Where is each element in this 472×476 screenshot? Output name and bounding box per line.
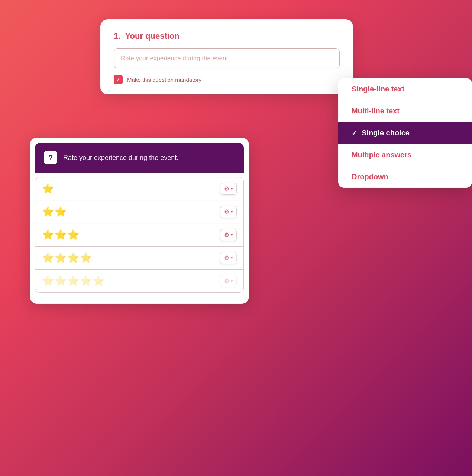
star-row-3: ⭐⭐⭐ ⚙ ▾ xyxy=(35,223,243,247)
mandatory-label: Make this question mandatory xyxy=(127,77,201,83)
chevron-down-icon: ▾ xyxy=(231,279,233,283)
preview-card: ? Rate your experience during the event.… xyxy=(30,138,249,304)
question-type-icon: ? xyxy=(44,151,57,164)
gear-icon: ⚙ xyxy=(224,208,229,215)
stars-1: ⭐ xyxy=(42,183,55,194)
gear-icon: ⚙ xyxy=(224,185,229,192)
gear-icon: ⚙ xyxy=(224,231,229,238)
question-card: 1. Your question Make this question mand… xyxy=(100,19,353,94)
dropdown-item-label: Dropdown xyxy=(352,173,388,181)
dropdown-item-dropdown[interactable]: Dropdown xyxy=(338,166,472,188)
star-row-2: ⭐⭐ ⚙ ▾ xyxy=(35,200,243,223)
star-options-list: ⭐ ⚙ ▾ ⭐⭐ ⚙ ▾ ⭐⭐⭐ ⚙ ▾ ⭐⭐⭐⭐ ⚙ ▾ xyxy=(35,177,244,293)
gear-button-5[interactable]: ⚙ ▾ xyxy=(220,275,237,287)
chevron-down-icon: ▾ xyxy=(231,233,233,237)
mandatory-checkbox[interactable] xyxy=(114,75,123,84)
selected-checkmark-icon: ✓ xyxy=(352,129,357,137)
dropdown-item-label: Multiple answers xyxy=(352,151,411,159)
gear-button-1[interactable]: ⚙ ▾ xyxy=(220,183,237,195)
star-row-4: ⭐⭐⭐⭐ ⚙ ▾ xyxy=(35,247,243,270)
dropdown-item-multi-line[interactable]: Multi-line text xyxy=(338,100,472,122)
mandatory-row: Make this question mandatory xyxy=(114,75,340,84)
stars-4: ⭐⭐⭐⭐ xyxy=(42,252,93,264)
star-row-5: ⭐⭐⭐⭐⭐ ⚙ ▾ xyxy=(35,270,243,292)
dropdown-item-label: Multi-line text xyxy=(352,107,400,115)
dropdown-item-single-line[interactable]: Single-line text xyxy=(338,78,472,100)
stars-3: ⭐⭐⭐ xyxy=(42,229,80,241)
chevron-down-icon: ▾ xyxy=(231,187,233,191)
preview-question-text: Rate your experience during the event. xyxy=(63,154,178,162)
chevron-down-icon: ▾ xyxy=(231,210,233,214)
gear-button-2[interactable]: ⚙ ▾ xyxy=(220,206,237,218)
gear-button-4[interactable]: ⚙ ▾ xyxy=(220,252,237,264)
gear-icon: ⚙ xyxy=(224,277,229,284)
dropdown-item-label: Single choice xyxy=(362,129,410,137)
dropdown-item-label: Single-line text xyxy=(352,85,404,93)
preview-header: ? Rate your experience during the event. xyxy=(35,143,244,173)
question-input[interactable] xyxy=(114,48,340,68)
dropdown-item-single-choice[interactable]: ✓ Single choice xyxy=(338,122,472,144)
gear-icon: ⚙ xyxy=(224,254,229,261)
star-row-1: ⭐ ⚙ ▾ xyxy=(35,177,243,200)
type-dropdown-menu: Single-line text Multi-line text ✓ Singl… xyxy=(338,78,472,188)
dropdown-item-multiple-answers[interactable]: Multiple answers xyxy=(338,144,472,166)
stars-5: ⭐⭐⭐⭐⭐ xyxy=(42,275,105,287)
gear-button-3[interactable]: ⚙ ▾ xyxy=(220,229,237,241)
stars-2: ⭐⭐ xyxy=(42,206,67,218)
question-number: 1. Your question xyxy=(114,31,340,41)
chevron-down-icon: ▾ xyxy=(231,256,233,260)
